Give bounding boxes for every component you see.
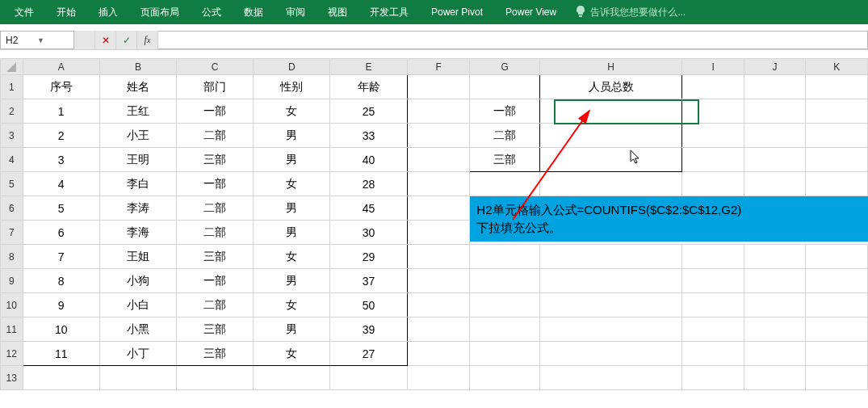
cell[interactable]	[470, 293, 539, 318]
col-header-D[interactable]: D	[254, 59, 330, 75]
cell[interactable]: 部门	[177, 75, 254, 99]
cell[interactable]	[682, 318, 744, 342]
row-header[interactable]: 6	[1, 196, 23, 221]
ribbon-tab-powerpivot[interactable]: Power Pivot	[420, 0, 494, 24]
cell[interactable]	[806, 318, 868, 342]
cell[interactable]: 10	[23, 318, 99, 342]
cell[interactable]: 王红	[99, 99, 176, 124]
cell[interactable]	[470, 269, 539, 293]
cell[interactable]: 30	[330, 221, 407, 245]
cell[interactable]	[470, 342, 539, 366]
cell[interactable]: 男	[254, 318, 330, 342]
cell[interactable]: 男	[254, 269, 330, 293]
tell-me[interactable]: 告诉我您想要做什么...	[576, 6, 686, 19]
cell[interactable]	[682, 99, 744, 124]
row-header[interactable]: 12	[1, 342, 23, 366]
cell[interactable]: 3	[23, 148, 99, 172]
cell[interactable]	[539, 245, 682, 269]
cell[interactable]: 一部	[177, 269, 254, 293]
cell[interactable]	[407, 124, 470, 148]
cell[interactable]: 4	[23, 172, 99, 196]
cell[interactable]	[806, 148, 868, 172]
cell[interactable]: 女	[254, 245, 330, 269]
col-header-H[interactable]: H	[539, 59, 682, 75]
row-header[interactable]: 11	[1, 318, 23, 342]
cell[interactable]	[744, 172, 806, 196]
name-box[interactable]: H2 ▼	[0, 31, 74, 49]
cell[interactable]: 序号	[23, 75, 99, 99]
cell[interactable]	[539, 342, 682, 366]
cell[interactable]	[806, 245, 868, 269]
cell[interactable]	[682, 75, 744, 99]
cell[interactable]: 三部	[177, 318, 254, 342]
row-header[interactable]: 7	[1, 221, 23, 245]
row-header[interactable]: 10	[1, 293, 23, 318]
cell[interactable]: 28	[330, 172, 407, 196]
cell[interactable]	[806, 124, 868, 148]
ribbon-tab-powerview[interactable]: Power View	[494, 0, 568, 24]
row-header[interactable]: 9	[1, 269, 23, 293]
cell[interactable]	[682, 342, 744, 366]
cell[interactable]: 二部	[470, 124, 539, 148]
col-header-A[interactable]: A	[23, 59, 99, 75]
cell[interactable]	[407, 318, 470, 342]
cell[interactable]: 9	[23, 293, 99, 318]
cell[interactable]: 29	[330, 245, 407, 269]
select-all-button[interactable]	[1, 59, 23, 75]
cell[interactable]: 一部	[177, 99, 254, 124]
cell[interactable]: 小白	[99, 293, 176, 318]
cell[interactable]: 37	[330, 269, 407, 293]
cell[interactable]	[407, 293, 470, 318]
cell[interactable]	[744, 99, 806, 124]
cell[interactable]	[744, 269, 806, 293]
cell[interactable]: 年龄	[330, 75, 407, 99]
cell[interactable]	[806, 269, 868, 293]
cell[interactable]: 王姐	[99, 245, 176, 269]
cell[interactable]: 40	[330, 148, 407, 172]
cell[interactable]: 5	[23, 196, 99, 221]
col-header-G[interactable]: G	[470, 59, 539, 75]
cell[interactable]	[407, 221, 470, 245]
cell[interactable]	[744, 318, 806, 342]
cell[interactable]	[682, 148, 744, 172]
cell[interactable]	[539, 148, 682, 172]
cell[interactable]: 7	[23, 245, 99, 269]
cell[interactable]	[407, 245, 470, 269]
cell[interactable]: 男	[254, 124, 330, 148]
cell[interactable]	[470, 245, 539, 269]
cell[interactable]: 6	[23, 221, 99, 245]
cell[interactable]	[470, 318, 539, 342]
cell[interactable]	[539, 172, 682, 196]
col-header-F[interactable]: F	[407, 59, 470, 75]
cell[interactable]: 三部	[177, 342, 254, 366]
fx-icon[interactable]: fx	[137, 32, 158, 49]
row-header[interactable]: 5	[1, 172, 23, 196]
cell[interactable]: 男	[254, 148, 330, 172]
ribbon-tab-formulas[interactable]: 公式	[191, 0, 233, 24]
cell[interactable]	[806, 342, 868, 366]
ribbon-tab-data[interactable]: 数据	[233, 0, 275, 24]
row-header[interactable]: 1	[1, 75, 23, 99]
cell[interactable]	[470, 172, 539, 196]
cell[interactable]: 33	[330, 124, 407, 148]
cell[interactable]: 二部	[177, 124, 254, 148]
row-header[interactable]: 3	[1, 124, 23, 148]
cell[interactable]	[806, 366, 868, 390]
cell[interactable]: 姓名	[99, 75, 176, 99]
cell[interactable]	[407, 196, 470, 221]
cell[interactable]	[23, 366, 99, 390]
cell[interactable]: 50	[330, 293, 407, 318]
ribbon-tab-home[interactable]: 开始	[45, 0, 87, 24]
ribbon-tab-devtools[interactable]: 开发工具	[359, 0, 420, 24]
cell[interactable]	[744, 124, 806, 148]
cell[interactable]	[806, 75, 868, 99]
cell[interactable]: 性别	[254, 75, 330, 99]
cell[interactable]	[682, 293, 744, 318]
cell[interactable]: 8	[23, 269, 99, 293]
cell[interactable]: 人员总数	[539, 75, 682, 99]
row-header[interactable]: 13	[1, 366, 23, 390]
cell[interactable]: 45	[330, 196, 407, 221]
cell[interactable]: 二部	[177, 221, 254, 245]
cell[interactable]	[407, 148, 470, 172]
ribbon-tab-view[interactable]: 视图	[317, 0, 359, 24]
